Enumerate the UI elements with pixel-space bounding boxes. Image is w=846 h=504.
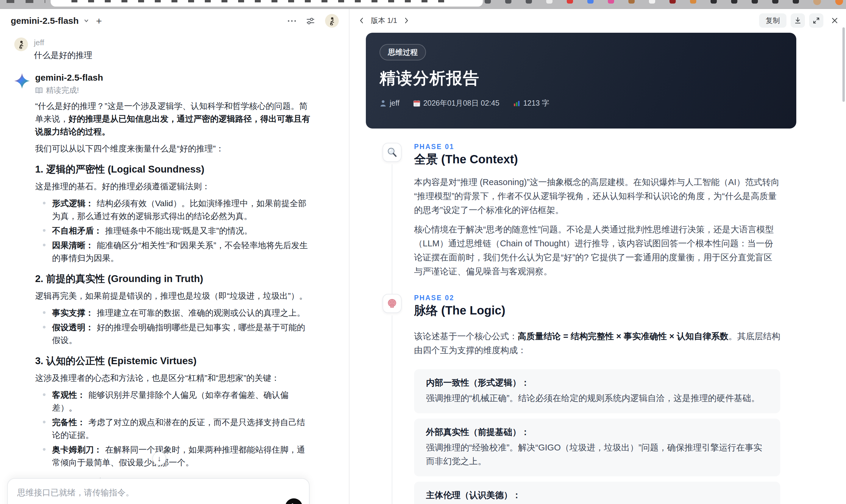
download-icon <box>794 17 801 24</box>
dimension-body: 强调推理的“经验校准”。解决“GIGO（垃圾进，垃圾出）”问题，确保推理引擎运行… <box>426 440 768 468</box>
bullet-dot <box>43 311 46 314</box>
lead-paragraph: 我们可以从以下四个维度来衡量什么是“好的推理”： <box>35 142 315 155</box>
menubar-icon[interactable] <box>813 0 821 5</box>
menubar-icon[interactable] <box>752 0 758 4</box>
dimension-title: 外部真实性（前提基础）： <box>426 427 768 437</box>
phase-paragraph: 本内容是对“推理 (Reasoning)”这一抽象概念的高层建模。在知识爆炸与人… <box>414 175 781 217</box>
menubar-icon[interactable] <box>649 0 655 4</box>
scroll-to-bottom-button[interactable]: ↓ <box>153 452 166 465</box>
section-title: 1. 逻辑的严密性 (Logical Soundness) <box>35 163 315 176</box>
menubar-icon[interactable] <box>505 0 511 4</box>
list-item: 完备性：考虑了对立的观点和潜在的反证，而不是只选择支持自己结论的证据。 <box>35 416 315 442</box>
phase-label: PHASE 02 <box>414 294 781 302</box>
tune-settings-icon[interactable] <box>306 16 315 25</box>
menubar-icon[interactable] <box>526 0 532 4</box>
menubar-icon[interactable] <box>710 0 717 4</box>
list-item: 事实支撑：推理建立在可靠的数据、准确的观测或公认的真理之上。 <box>35 306 315 319</box>
bullet-body: 考虑了对立的观点和潜在的反证，而不是只选择支持自己结论的证据。 <box>52 418 305 440</box>
menubar-icon[interactable] <box>567 0 573 4</box>
expand-button[interactable] <box>809 13 823 28</box>
download-button[interactable] <box>791 13 805 28</box>
artifact-document[interactable]: 思维过程 精读分析报告 jeff <box>350 33 846 504</box>
assistant-message-body: “什么是好的推理？”这是一个涉及逻辑学、认知科学和哲学核心的问题。简单来说，好的… <box>35 100 315 504</box>
bullet-body: 能够识别并尽量排除个人偏见（如幸存者偏差、确认偏差）。 <box>52 390 288 412</box>
assistant-name: gemini-2.5-flash <box>35 72 315 83</box>
composer-placeholder: 思维接口已就绪，请传输指令。 <box>8 479 309 498</box>
brain-icon <box>383 294 402 313</box>
menubar-icon[interactable] <box>793 0 799 4</box>
account-avatar[interactable] <box>325 14 339 28</box>
menubar-icon[interactable] <box>629 0 635 4</box>
menubar-icon[interactable] <box>690 0 696 4</box>
dimension-card: 外部真实性（前提基础）： 强调推理的“经验校准”。解决“GIGO（垃圾进，垃圾出… <box>414 419 780 476</box>
close-icon <box>831 17 839 24</box>
menubar-icon[interactable] <box>546 0 552 4</box>
new-chat-button[interactable]: + <box>96 16 102 26</box>
chat-scroll-area[interactable]: jeff 什么是好的推理 gemini-2.5-f <box>0 33 349 504</box>
dimension-body: 强调推理的“机械正确”。结论必须在给定的规则系统内逻辑自洽，这是推理的硬件基础。 <box>426 391 768 405</box>
list-item: 奥卡姆剃刀：在解释同一个现象时，如果两种推理都能站得住脚，通常倾向于最简单、假设… <box>35 443 315 469</box>
section-intro: 这是推理的基石。好的推理必须遵循逻辑法则： <box>35 180 315 193</box>
intro-paragraph: “什么是好的推理？”这是一个涉及逻辑学、认知科学和哲学核心的问题。简单来说，好的… <box>35 100 315 138</box>
list-item: 不自相矛盾：推理链条中不能出现“既是又非”的情况。 <box>35 224 315 237</box>
section-title: 2. 前提的真实性 (Grounding in Truth) <box>35 272 315 285</box>
bullet-term: 奥卡姆剃刀： <box>52 445 102 454</box>
menubar-icon[interactable] <box>835 0 843 5</box>
bullet-term: 因果清晰： <box>52 241 94 250</box>
report-phases: PHASE 01 全景 (The Context) 本内容是对“推理 (Reas… <box>366 143 846 504</box>
phase-title: 全景 (The Context) <box>414 152 781 166</box>
menubar-icon[interactable] <box>608 0 614 4</box>
browser-chrome <box>0 0 846 9</box>
list-item: 假设透明：好的推理会明确指明哪些是已知事实，哪些是基于可能的假设。 <box>35 321 315 347</box>
bullet-term: 客观性： <box>52 390 85 400</box>
chat-panel: gemini-2.5-flash + <box>0 9 350 504</box>
magnifier-icon <box>383 143 402 162</box>
menubar-icon[interactable] <box>587 0 594 4</box>
artifact-toolbar: 版本 1/1 复制 <box>350 9 846 32</box>
bar-chart-icon <box>513 100 520 107</box>
voice-input-button[interactable] <box>285 498 302 504</box>
list-item: 形式逻辑：结构必须有效（Valid）。比如演绎推理中，如果前提全部为真，那么通过… <box>35 197 315 222</box>
menubar-icon[interactable] <box>731 0 737 4</box>
phase-context: PHASE 01 全景 (The Context) 本内容是对“推理 (Reas… <box>383 143 846 278</box>
bullet-dot <box>43 244 46 246</box>
bullet-dot <box>43 326 46 328</box>
report-hero-card: 思维过程 精读分析报告 jeff <box>366 33 796 128</box>
menubar-icon[interactable] <box>669 0 676 4</box>
dimension-title: 主体伦理（认识美德）： <box>426 490 768 500</box>
assistant-status: 精读完成! <box>35 85 315 95</box>
gemini-star-icon <box>14 73 30 89</box>
report-meta: jeff 2026年01月08日 02:45 <box>380 98 782 108</box>
calendar-icon <box>413 100 420 107</box>
scrollbar-thumb[interactable] <box>842 28 845 102</box>
address-text-fragment <box>71 0 447 2</box>
bullet-term: 事实支撑： <box>52 308 94 318</box>
avatar-figure-icon <box>328 16 336 25</box>
composer-input[interactable]: 思维接口已就绪，请传输指令。 + <box>7 478 310 504</box>
section-intro: 逻辑再完美，如果前提是错误的，推理也是垃圾（即“垃圾进，垃圾出”）。 <box>35 289 315 302</box>
chat-header: gemini-2.5-flash + <box>0 9 349 33</box>
bullet-dot <box>43 448 46 451</box>
chevron-down-icon[interactable] <box>83 18 89 24</box>
assistant-message: gemini-2.5-flash 精读完成! “什么是好的推理？”这是一个涉及逻… <box>14 72 349 504</box>
bullet-dot <box>43 421 46 424</box>
copy-button[interactable]: 复制 <box>759 13 787 28</box>
user-message-text: 什么是好的推理 <box>34 49 92 62</box>
app: gemini-2.5-flash + <box>0 0 846 504</box>
report-word-count: 1213 字 <box>513 98 549 108</box>
bullet-dot <box>43 202 46 204</box>
menubar-icon[interactable] <box>484 0 491 4</box>
dimension-card: 内部一致性（形式逻辑）： 强调推理的“机械正确”。结论必须在给定的规则系统内逻辑… <box>414 369 780 413</box>
version-prev-button[interactable] <box>357 16 367 25</box>
version-next-button[interactable] <box>401 16 411 25</box>
expand-icon <box>812 17 820 24</box>
menubar-icon[interactable] <box>772 0 778 4</box>
menubar-icons <box>484 0 843 5</box>
bullet-dot <box>43 229 46 232</box>
browser-address-bar[interactable] <box>51 0 483 6</box>
report-date: 2026年01月08日 02:45 <box>413 98 499 108</box>
model-selector[interactable]: gemini-2.5-flash <box>11 16 78 26</box>
more-options-button[interactable] <box>288 20 296 22</box>
close-button[interactable] <box>828 13 842 28</box>
phase-paragraph: 核心情境在于解决“思考的随意性”问题。不论是人类通过批判性思维进行决策，还是大语… <box>414 222 781 278</box>
